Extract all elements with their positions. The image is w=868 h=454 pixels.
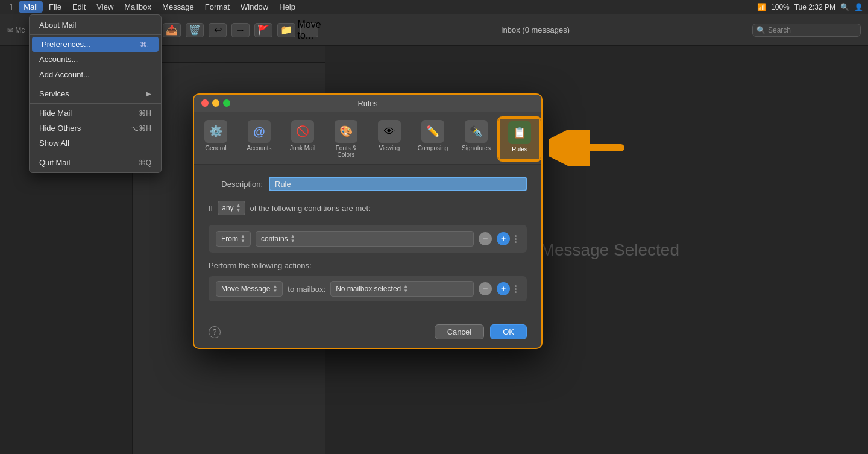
menu-divider-3 [30, 103, 161, 104]
menu-divider-2 [30, 84, 161, 84]
action-type-label: Move Message [221, 285, 270, 293]
prefs-footer: ? Cancel OK [194, 320, 541, 348]
drag-dot-1 [515, 235, 517, 237]
reply-button[interactable]: ↩ [209, 23, 227, 37]
add-condition-button[interactable]: + [497, 232, 510, 245]
mail-dropdown-menu: About Mail Preferences... ⌘, Accounts...… [29, 14, 162, 173]
menu-help[interactable]: Help [274, 1, 300, 13]
menu-item-quit-mail[interactable]: Quit Mail ⌘Q [30, 155, 161, 170]
menu-format[interactable]: Format [200, 1, 234, 13]
search-placeholder: Search [768, 26, 791, 34]
action-type-arrows: ▲▼ [272, 284, 277, 294]
preferences-label: Preferences... [42, 40, 90, 49]
add-action-button[interactable]: + [497, 282, 510, 295]
viewing-icon: 👁 [378, 120, 401, 143]
hide-mail-label: Hide Mail [39, 109, 72, 118]
condition-field-select[interactable]: From ▲▼ [216, 231, 251, 247]
condition-selector-row: If any ▲▼ of the following conditions ar… [209, 201, 527, 215]
forward-button[interactable]: → [231, 23, 250, 37]
action-type-select[interactable]: Move Message ▲▼ [216, 281, 283, 297]
actions-label: Perform the following actions: [209, 261, 527, 270]
close-button[interactable] [201, 99, 209, 107]
menu-item-show-all[interactable]: Show All [30, 136, 161, 151]
flag-button[interactable]: 🚩 [254, 23, 272, 37]
menu-item-services[interactable]: Services ▶ [30, 86, 161, 101]
junk-mail-icon: 🚫 [291, 120, 314, 143]
menu-view[interactable]: View [92, 1, 118, 13]
menu-item-hide-others[interactable]: Hide Others ⌥⌘H [30, 121, 161, 136]
ok-button[interactable]: OK [490, 324, 527, 339]
arrow-annotation [549, 130, 627, 168]
about-mail-label: About Mail [39, 20, 76, 30]
accounts-icon: @ [248, 120, 271, 143]
remove-condition-button[interactable]: − [479, 232, 492, 245]
viewing-icon-label: Viewing [379, 145, 400, 151]
preferences-shortcut: ⌘, [140, 40, 149, 49]
composing-icon: ✏️ [421, 120, 444, 143]
pref-icon-general[interactable]: ⚙️ General [195, 118, 237, 160]
search-bar[interactable]: 🔍 Search [752, 24, 861, 37]
fonts-colors-icon: 🎨 [335, 120, 357, 143]
menu-mail[interactable]: Mail [19, 1, 43, 13]
signatures-icon: ✒️ [465, 120, 488, 143]
menu-window[interactable]: Window [236, 1, 273, 13]
condition-operator-label: contains [261, 235, 288, 243]
quit-mail-shortcut: ⌘Q [139, 159, 151, 167]
preferences-window: Rules ⚙️ General @ Accounts 🚫 Junk Mail … [193, 93, 542, 349]
any-select[interactable]: any ▲▼ [218, 201, 245, 215]
accounts-icon-label: Accounts [247, 145, 271, 151]
search-icon[interactable]: 🔍 [840, 3, 849, 11]
cancel-button[interactable]: Cancel [435, 324, 484, 339]
minimize-button[interactable] [212, 99, 219, 107]
signatures-icon-label: Signatures [462, 145, 491, 151]
arrow-svg [549, 130, 627, 166]
pref-icon-rules[interactable]: 📋 Rules [498, 118, 541, 160]
menu-item-preferences[interactable]: Preferences... ⌘, [32, 37, 159, 52]
help-button[interactable]: ? [209, 326, 221, 338]
condition-operator-select[interactable]: contains ▲▼ [256, 231, 474, 247]
mailbox-select[interactable]: No mailbox selected ▲▼ [330, 281, 474, 297]
drag-dot-6 [515, 291, 517, 293]
fonts-colors-icon-label: Fonts & Colors [326, 145, 366, 158]
prefs-title: Rules [357, 99, 377, 108]
clock: Tue 2:32 PM [794, 3, 835, 11]
menu-item-add-account[interactable]: Add Account... [30, 67, 161, 82]
drag-dot-4 [515, 285, 517, 287]
apple-menu[interactable]:  [5, 1, 17, 13]
pref-icon-composing[interactable]: ✏️ Composing [412, 118, 454, 160]
menu-item-about-mail[interactable]: About Mail [30, 17, 161, 33]
get-mail-button[interactable]: 📥 [163, 23, 181, 37]
drag-dot-3 [515, 241, 517, 243]
move-to-button[interactable]: Move to... [300, 23, 318, 37]
menu-divider-4 [30, 153, 161, 153]
condition-rule-box: From ▲▼ contains ▲▼ − + [209, 225, 527, 253]
description-label: Description: [209, 180, 263, 189]
pref-icon-fonts-colors[interactable]: 🎨 Fonts & Colors [325, 118, 367, 160]
menu-item-accounts[interactable]: Accounts... [30, 52, 161, 67]
menu-divider-1 [30, 34, 161, 35]
archive-button[interactable]: 📁 [277, 23, 295, 37]
pref-icon-signatures[interactable]: ✒️ Signatures [455, 118, 497, 160]
conditions-label: of the following conditions are met: [250, 204, 371, 213]
footer-buttons: Cancel OK [435, 324, 527, 339]
hide-others-shortcut: ⌥⌘H [130, 124, 151, 133]
menubar:  Mail File Edit View Mailbox Message Fo… [0, 0, 868, 14]
pref-icon-accounts[interactable]: @ Accounts [238, 118, 280, 160]
description-input[interactable] [269, 177, 527, 191]
menu-message[interactable]: Message [157, 1, 199, 13]
user-icon: 👤 [854, 3, 863, 11]
sidebar-title: ✉ Mc [7, 26, 25, 34]
mailbox-select-arrows: ▲▼ [403, 284, 408, 294]
accounts-label: Accounts... [39, 55, 78, 64]
maximize-button[interactable] [223, 99, 230, 107]
menu-edit[interactable]: Edit [68, 1, 90, 13]
pref-icon-viewing[interactable]: 👁 Viewing [368, 118, 410, 160]
menu-mailbox[interactable]: Mailbox [119, 1, 156, 13]
wifi-icon: 📶 [757, 3, 766, 11]
remove-action-button[interactable]: − [479, 282, 492, 295]
menu-item-hide-mail[interactable]: Hide Mail ⌘H [30, 106, 161, 121]
mailbox-select-label: No mailbox selected [336, 285, 401, 293]
menu-file[interactable]: File [44, 1, 66, 13]
pref-icon-junk-mail[interactable]: 🚫 Junk Mail [281, 118, 324, 160]
delete-button[interactable]: 🗑️ [186, 23, 204, 37]
